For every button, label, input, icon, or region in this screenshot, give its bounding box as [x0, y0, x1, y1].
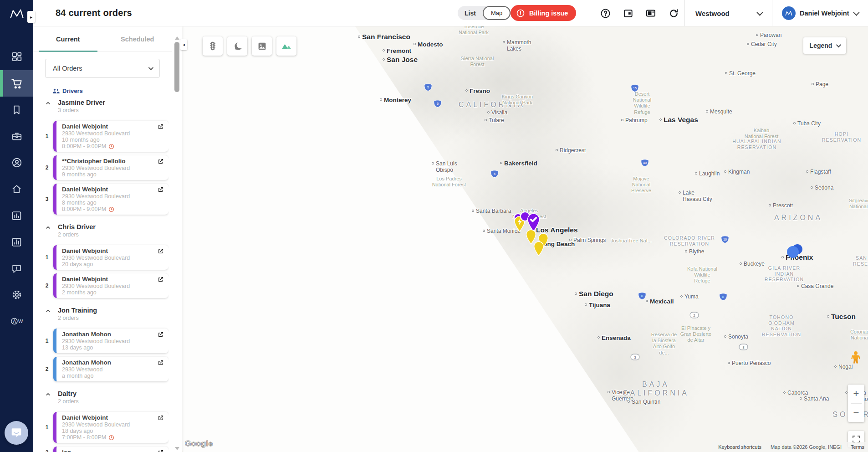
- collapse-group-button[interactable]: [42, 390, 53, 406]
- map-place-dot: [724, 335, 726, 338]
- driver-group: Chris Driver2 orders1Daniel Webjoint2930…: [42, 223, 168, 298]
- map-place-dot: [756, 34, 758, 36]
- map-place-dot: [585, 303, 587, 306]
- map-label: St. George: [725, 70, 756, 77]
- collapse-group-button[interactable]: [42, 223, 53, 239]
- collapse-group-button[interactable]: [42, 306, 53, 322]
- interstate-shield: 15: [630, 84, 639, 93]
- map-label: YosemiteNational Park: [459, 26, 489, 36]
- open-order-icon[interactable]: [157, 331, 164, 338]
- map-attribution: Keyboard shortcuts Map data ©2026 Google…: [712, 442, 868, 452]
- map-place-dot: [783, 391, 786, 394]
- order-card[interactable]: jon: [53, 447, 168, 452]
- map-label: Casa Grande: [797, 283, 833, 289]
- map-label: Prescott: [769, 202, 793, 209]
- order-card[interactable]: Jonathan Mohon2930 Westwood Boulevard13 …: [53, 329, 168, 353]
- sidebar-item-business[interactable]: [0, 123, 33, 149]
- map-label: SitgreavesNational F: [849, 198, 868, 210]
- sidebar-item-orders[interactable]: [0, 70, 33, 97]
- map-place-dot: [358, 36, 360, 38]
- sidebar-item-reports[interactable]: [0, 229, 33, 255]
- pegman-control[interactable]: [851, 351, 861, 366]
- order-card[interactable]: Daniel Webjoint2930 Westwood Boulevard10…: [53, 121, 168, 152]
- open-order-icon[interactable]: [157, 158, 164, 165]
- open-order-icon[interactable]: [157, 360, 164, 366]
- map-label: HUALAPAI INDIANRESERVATION: [732, 139, 781, 150]
- scrollbar-thumb[interactable]: [174, 42, 179, 92]
- driver-group: Jasmine Driver3 orders1Daniel Webjoint29…: [42, 98, 168, 215]
- map-label: Yuma: [680, 293, 699, 300]
- chat-launcher[interactable]: [5, 421, 28, 445]
- order-card[interactable]: Daniel Webjoint2930 Westwood Boulevard20…: [53, 245, 168, 270]
- order-card[interactable]: Daniel Webjoint2930 Westwood Boulevard8 …: [53, 184, 168, 215]
- panel-collapse-handle[interactable]: ◂: [180, 39, 187, 50]
- terms-link[interactable]: Terms: [851, 444, 864, 450]
- map-place-dot: [793, 122, 796, 124]
- order-card[interactable]: **Christopher Dellolio2930 Westwood Boul…: [53, 155, 168, 180]
- sidebar-expand-handle[interactable]: ▸: [27, 11, 35, 23]
- map-pin-yellow[interactable]: [532, 241, 545, 258]
- order-card[interactable]: Daniel Webjoint2930 Westwood Boulevard2 …: [53, 273, 168, 298]
- map-label-text: LakeHavasu City: [683, 190, 712, 203]
- open-order-icon[interactable]: [157, 415, 164, 421]
- order-card[interactable]: Jonathan Mohon2930 Westwooda month ago: [53, 357, 168, 381]
- sidebar-item-aw[interactable]: AW: [0, 308, 33, 334]
- map-label: Monterey: [380, 97, 411, 104]
- list-map-toggle[interactable]: List Map: [458, 6, 511, 20]
- location-selector[interactable]: Westwood: [693, 0, 768, 26]
- order-address: 2930 Westwood Boulevard: [62, 283, 164, 289]
- night-mode-button[interactable]: [227, 36, 247, 56]
- toggle-list[interactable]: List: [458, 10, 483, 17]
- terrain-view-button[interactable]: [276, 36, 296, 56]
- open-order-icon[interactable]: [157, 276, 164, 283]
- map-label-text: Prescott: [773, 202, 793, 209]
- scroll-down-arrow[interactable]: [175, 447, 179, 450]
- sidebar-item-home[interactable]: [0, 176, 33, 202]
- interstate-shield: 8: [719, 293, 728, 302]
- satellite-view-button[interactable]: [252, 36, 272, 56]
- sidebar-item-dashboard[interactable]: [0, 44, 33, 70]
- sidebar-item-feedback[interactable]: [0, 255, 33, 282]
- traffic-toggle-button[interactable]: [203, 36, 223, 56]
- orders-filter-select[interactable]: All Orders: [45, 59, 160, 78]
- map-label: Santa Ana: [800, 396, 829, 402]
- refresh-icon[interactable]: [668, 8, 679, 19]
- collapse-group-button[interactable]: [42, 98, 53, 114]
- vehicle-dot-blue[interactable]: [787, 246, 799, 258]
- panel-scrollbar[interactable]: [174, 36, 180, 450]
- map-label-text: San Jose: [387, 56, 418, 64]
- open-order-icon[interactable]: [157, 123, 164, 130]
- map-label: TOHONOO'ODHAMNATIONRESERVATION: [762, 314, 802, 337]
- map-label: Las Vegas: [659, 116, 698, 124]
- open-order-icon[interactable]: [157, 248, 164, 255]
- order-age: a month ago: [62, 373, 164, 379]
- zoom-out-button[interactable]: −: [848, 404, 864, 422]
- tab-current[interactable]: Current: [33, 26, 103, 51]
- order-row: 1Daniel Webjoint2930 Westwood Boulevard1…: [42, 121, 168, 152]
- toggle-map[interactable]: Map: [483, 6, 511, 20]
- sidebar-item-settings[interactable]: [0, 282, 33, 308]
- open-order-icon[interactable]: [157, 449, 164, 452]
- bookmark-icon: [11, 104, 22, 116]
- order-card[interactable]: Daniel Webjoint2930 Westwood Boulevard18…: [53, 412, 168, 443]
- legend-button[interactable]: Legend: [803, 37, 846, 54]
- keyboard-shortcuts-link[interactable]: Keyboard shortcuts: [718, 444, 761, 450]
- open-order-icon[interactable]: [157, 186, 164, 193]
- chat-launcher-icon: [10, 426, 22, 440]
- tab-scheduled[interactable]: Scheduled: [103, 26, 173, 51]
- help-icon[interactable]: [600, 8, 611, 19]
- map-label: Mesquite: [706, 108, 732, 115]
- billing-issue-button[interactable]: Billing issue: [511, 5, 576, 21]
- zoom-in-button[interactable]: +: [848, 385, 864, 403]
- payment-card-icon[interactable]: [645, 8, 656, 19]
- wallet-icon[interactable]: [623, 8, 633, 19]
- map-canvas[interactable]: San FranciscoSan JoseLos AngelesLas Vega…: [182, 26, 868, 452]
- sidebar-item-accounts[interactable]: [0, 149, 33, 176]
- scroll-up-arrow[interactable]: [175, 36, 179, 40]
- sidebar-item-analytics[interactable]: [0, 202, 33, 229]
- google-logo[interactable]: Google: [185, 439, 213, 448]
- map-label: Sedona: [811, 185, 833, 191]
- sidebar-item-bookmarks[interactable]: [0, 97, 33, 123]
- user-menu[interactable]: Daniel Webjoint: [782, 0, 858, 26]
- svg-text:2: 2: [693, 313, 695, 318]
